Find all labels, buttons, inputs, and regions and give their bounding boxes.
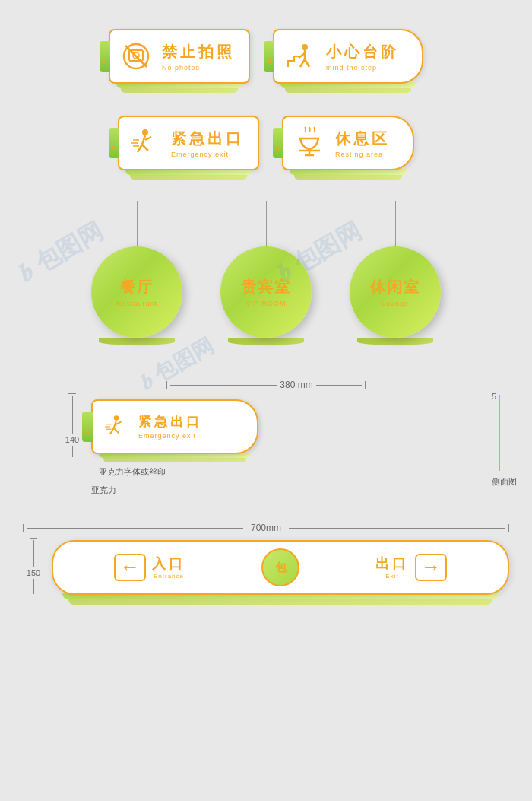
lounge-sign: 休闲室 Lounge (350, 201, 441, 338)
svg-point-10 (142, 129, 148, 135)
left-tab-2: 包图网 (264, 41, 274, 72)
side-view: 5 侧面图 (492, 395, 517, 488)
vip-room-sign: 贵宾室 VIP ROOM (220, 201, 312, 338)
resting-area-sign: 包图网 休息区 Resting area (282, 116, 414, 170)
lounge-circle: 休闲室 Lounge (350, 246, 441, 338)
entrance-text: 入口 Entrance (152, 555, 185, 580)
dim-700-label: 700mm (246, 523, 286, 533)
entry-exit-sign: ← 入口 Entrance 包 出口 Exit → (52, 540, 509, 595)
svg-line-22 (114, 420, 116, 428)
mind-step-sign: 包图网 小心台阶 mind the step (273, 29, 423, 84)
dim-150-wrapper: 150 (23, 538, 44, 596)
exit-text: 出口 Exit (375, 555, 409, 580)
entrance-arrow: ← (114, 554, 146, 581)
restaurant-sign: 餐厅 Restaurant (91, 201, 182, 338)
mind-step-icon (282, 38, 318, 75)
svg-rect-4 (134, 49, 138, 51)
dim-5-label: 5 (492, 392, 496, 401)
bottom-section: 700mm 150 ← 入口 Entrance (0, 523, 532, 596)
acrylic-label-wrapper: 亚克力 (91, 482, 471, 496)
svg-point-21 (114, 415, 119, 421)
svg-text:包: 包 (274, 560, 287, 573)
mind-step-text: 小心台阶 mind the step (326, 42, 399, 72)
emergency-exit-icon (127, 125, 163, 161)
dim-700-container: 700mm (23, 523, 509, 533)
dim-sign-wrapper: 140 包图网 紧急出口 (61, 393, 471, 459)
emergency-icon-small (102, 412, 131, 441)
svg-line-8 (305, 59, 309, 67)
acrylic-note-wrapper: 亚克力字体或丝印 (99, 464, 471, 478)
svg-line-25 (116, 421, 122, 424)
resting-area-icon (291, 125, 328, 161)
left-tab-small: 包图网 (82, 412, 93, 442)
acrylic-note: 亚克力字体或丝印 (99, 467, 166, 476)
bottom-sign-row: 150 ← 入口 Entrance 包 (23, 538, 509, 596)
emergency-exit-text: 紧急出口 Emergency exit (171, 129, 244, 158)
dim-380-label: 380 mm (280, 380, 312, 390)
top-signs-row: 包图网 禁止拍照 No photos 包图网 (0, 14, 532, 84)
hang-line-3 (395, 201, 396, 246)
vip-circle: 贵宾室 VIP ROOM (220, 246, 312, 338)
dim-150-label: 150 (27, 568, 40, 577)
emergency-small-text: 紧急出口 Emergency exit (138, 413, 234, 440)
svg-line-13 (142, 145, 148, 151)
center-logo: 包 (261, 548, 299, 586)
svg-line-11 (142, 135, 145, 145)
exit-section: 出口 Exit → (375, 554, 447, 581)
left-tab-3: 包图网 (109, 128, 119, 158)
left-tab-4: 包图网 (273, 128, 283, 158)
no-photos-text: 禁止拍照 No photos (162, 42, 235, 72)
hang-line-2 (266, 201, 267, 246)
left-tab: 包图网 (100, 41, 110, 72)
dim-140-wrapper: 140 (61, 393, 84, 459)
entrance-section: ← 入口 Entrance (114, 554, 185, 581)
side-view-label: 侧面图 (492, 477, 517, 486)
emergency-exit-sign: 包图网 紧急出口 Emergency exit (118, 116, 259, 170)
dim-140-label: 140 (65, 435, 79, 444)
no-photos-sign: 包图网 禁止拍照 No photos (109, 29, 250, 84)
svg-point-5 (302, 44, 308, 50)
second-signs-row: 包图网 紧急出口 Emergency exit 包图网 (0, 100, 532, 170)
svg-line-24 (114, 428, 119, 433)
resting-area-text: 休息区 Resting area (335, 129, 390, 158)
restaurant-circle: 餐厅 Restaurant (91, 246, 182, 338)
svg-line-7 (300, 59, 305, 67)
emergency-exit-sign-small: 包图网 紧急出口 Emergency exit (91, 399, 258, 454)
circle-signs-section: 餐厅 Restaurant 贵宾室 VIP ROOM 休闲室 Lounge (0, 201, 532, 338)
hang-line-1 (137, 201, 138, 246)
exit-arrow: → (415, 554, 447, 581)
svg-line-14 (145, 137, 151, 140)
no-photos-icon (118, 38, 154, 75)
dimension-section-1: 380 mm 140 包图网 (0, 380, 532, 496)
acrylic-label: 亚克力 (91, 485, 116, 494)
dim-380-container: 380 mm (61, 380, 471, 390)
